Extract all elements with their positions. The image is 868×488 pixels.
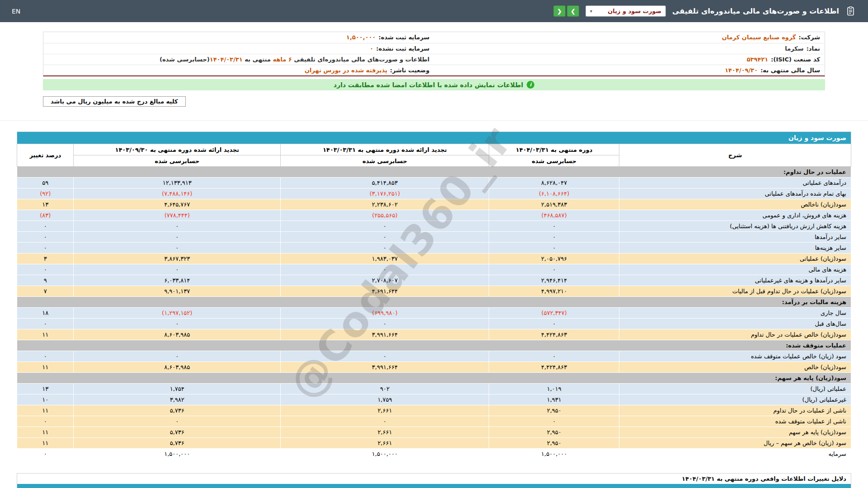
value-cell: ۲,۶۶۱: [281, 427, 489, 438]
section-label: هزینه مالیات بر درآمد:: [17, 297, 851, 308]
statement-header-row: شرح دوره منتهی به ۱۴۰۴/۰۳/۳۱ تجدید ارائه…: [17, 144, 851, 155]
section-row: عملیات متوقف شده:: [17, 340, 851, 351]
value-cell: ۰: [17, 449, 74, 460]
company-info-body: شرکت:گروه صنایع سیمان کرمانسرمایه ثبت شد…: [43, 32, 825, 75]
statement-type-select[interactable]: صورت سود و زیان ▾: [585, 5, 666, 17]
value-cell: ۱,۷۵۴: [74, 384, 281, 394]
data-row: سود(زیان) عملیات در حال تداوم قبل از مال…: [17, 286, 851, 297]
section-row: عملیات در حال تداوم:: [17, 167, 851, 178]
company-info-cell: سرمایه ثبت نشده:۰: [43, 43, 434, 54]
value-cell: ۱۲,۱۳۳,۹۱۳: [74, 178, 281, 188]
value-cell: (۲۵۵,۵۶۵): [281, 210, 489, 221]
row-label: سایر درآمدها و هزینه های غیرعملیاتی: [619, 275, 851, 286]
row-label: سود (زیان) خالص هر سهم – ریال: [619, 438, 851, 449]
row-label: سود(زیان) پایه هر سهم: [619, 427, 851, 438]
nav-forward-button[interactable]: ❯: [567, 5, 579, 17]
data-row: هزینه کاهش ارزش دریافتنی ها (هزینه استثن…: [17, 221, 851, 232]
value-cell: ۴,۴۲۴,۸۶۳: [489, 329, 619, 340]
income-statement-table: صورت سود و زیان شرح دوره منتهی به ۱۴۰۴/۰…: [17, 131, 851, 460]
company-info-row: کد صنعت (ISIC):۵۳۹۴۲۱اطلاعات و صورت‌های …: [43, 54, 825, 65]
value-cell: ۱,۵۰۰,۰۰۰: [489, 449, 619, 460]
value-cell: ۰: [489, 319, 619, 329]
value-cell: ۵,۷۳۶: [74, 405, 281, 416]
value-cell: ۶,۰۳۳,۸۱۴: [74, 275, 281, 286]
data-row: درآمدهای عملیاتی۸,۶۲۸,۰۴۷۵,۴۱۴,۸۵۳۱۲,۱۳۳…: [17, 178, 851, 188]
value-cell: ۰: [281, 319, 489, 329]
signature-match-text: اطلاعات نمایش داده شده با اطلاعات امضا ش…: [334, 81, 523, 89]
value-cell: (۱,۲۹۷,۱۵۲): [74, 308, 281, 319]
row-label: سال جاری: [619, 308, 851, 319]
row-label: سود(زیان) عملیاتی: [619, 253, 851, 264]
company-info-row: سال مالی منتهی به:۱۴۰۴/۰۹/۳۰وضعیت ناشر:پ…: [43, 65, 825, 75]
value-cell: ۰: [74, 232, 281, 243]
value-cell: ۰: [489, 232, 619, 243]
value-cell: ۰: [74, 416, 281, 427]
row-label: عملیاتی (ریال): [619, 384, 851, 394]
data-row: سایر هزینه‌ها۰۰۰۰: [17, 243, 851, 253]
value-cell: ۱۱: [17, 427, 74, 438]
value-cell: ۲,۹۵۰: [489, 427, 619, 438]
row-label: سود(زیان) ناخالص: [619, 199, 851, 210]
value-cell: ۰: [74, 319, 281, 329]
company-info-text: ۱۴۰۴/۰۳/۳۱: [210, 56, 243, 63]
value-cell: ۲,۹۵۰: [489, 438, 619, 449]
value-cell: ۰: [74, 243, 281, 253]
audited-label: حسابرسی شده: [74, 155, 281, 167]
column-header-period2: تجدید ارائه شده دوره منتهی به ۱۴۰۳/۰۳/۳۱: [281, 144, 489, 155]
company-info-text: سال مالی منتهی به:: [760, 67, 820, 74]
value-cell: ۲,۲۳۸,۶۰۲: [281, 199, 489, 210]
row-label: سود(زیان) خالص: [619, 362, 851, 373]
data-row: ناشی از عملیات در حال تداوم۲,۹۵۰۲,۶۶۱۵,۷…: [17, 405, 851, 416]
row-label: هزینه های مالی: [619, 264, 851, 275]
value-cell: ۰: [17, 232, 74, 243]
data-row: سود(زیان) ناخالص۲,۵۱۹,۳۸۳۲,۲۳۸,۶۰۲۴,۶۴۵,…: [17, 199, 851, 210]
company-info-text: ۱۴۰۴/۰۹/۳۰: [725, 67, 758, 74]
value-cell: (۶,۱۰۸,۶۶۴): [489, 188, 619, 199]
statement-body: عملیات در حال تداوم:درآمدهای عملیاتی۸,۶۲…: [17, 167, 851, 460]
value-cell: (۷,۴۸۸,۱۴۶): [74, 188, 281, 199]
data-row: بهای تمام شده درآمدهای عملیاتی(۶,۱۰۸,۶۶۴…: [17, 188, 851, 199]
value-cell: ۴,۹۹۷,۲۱۰: [489, 286, 619, 297]
row-label: سال‌های قبل: [619, 319, 851, 329]
section-label: عملیات متوقف شده:: [17, 340, 851, 351]
company-info-text: گروه صنایع سیمان کرمان: [722, 34, 796, 41]
footer-title: دلایل تغییرات اطلاعات واقعی دوره منتهی ب…: [17, 474, 851, 484]
company-info-cell: اطلاعات و صورت‌های مالی میاندوره‌ای تلفی…: [43, 54, 434, 65]
value-cell: ۲,۶۶۱: [281, 405, 489, 416]
value-cell: ۴,۶۹۱,۶۴۴: [281, 286, 489, 297]
company-info-text: (حسابرسی شده): [160, 56, 210, 63]
section-divider: [0, 120, 868, 121]
column-header-description: شرح: [619, 144, 851, 167]
value-cell: (۷۷۸,۴۴۴): [74, 210, 281, 221]
value-cell: ۱۱: [17, 329, 74, 340]
value-cell: ۰: [489, 351, 619, 362]
statement-section: @Codal360_ir صورت سود و زیان شرح دوره من…: [17, 131, 851, 460]
company-info-text: کد صنعت (ISIC):: [771, 56, 820, 63]
footer-section: دلایل تغییرات اطلاعات واقعی دوره منتهی ب…: [17, 473, 851, 488]
signature-match-banner: i اطلاعات نمایش داده شده با اطلاعات امضا…: [43, 79, 825, 90]
value-cell: ۰: [281, 221, 489, 232]
section-label: عملیات در حال تداوم:: [17, 167, 851, 178]
company-info-text: ۱,۵۰۰,۰۰۰: [346, 34, 376, 41]
nav-back-button[interactable]: ❮: [553, 5, 566, 17]
topbar-main-group: اطلاعات و صورت‌های مالی میاندوره‌ای تلفی…: [553, 5, 856, 17]
value-cell: ۸,۶۰۳,۹۸۵: [74, 329, 281, 340]
value-cell: ۱۱: [17, 438, 74, 449]
language-toggle[interactable]: EN: [12, 8, 20, 15]
statement-nav-buttons: ❯ ❮: [553, 5, 579, 17]
value-cell: ۱۳: [17, 199, 74, 210]
report-icon: [845, 6, 856, 17]
company-info-row: نماد:سکرماسرمایه ثبت نشده:۰: [43, 43, 825, 54]
value-cell: ۲,۹۴۶,۴۱۴: [489, 275, 619, 286]
value-cell: ۱,۹۳۱: [489, 394, 619, 405]
row-label: سایر هزینه‌ها: [619, 243, 851, 253]
row-label: درآمدهای عملیاتی: [619, 178, 851, 188]
value-cell: ۳: [17, 253, 74, 264]
value-cell: ۹,۹۰۱,۱۳۷: [74, 286, 281, 297]
data-row: سود(زیان) عملیاتی۲,۰۵۰,۷۹۶۱,۹۸۳,۰۳۷۳,۸۶۷…: [17, 253, 851, 264]
company-info-cell: سال مالی منتهی به:۱۴۰۴/۰۹/۳۰: [434, 65, 825, 75]
value-cell: ۲,۶۶۱: [281, 438, 489, 449]
value-cell: ۰: [74, 264, 281, 275]
value-cell: ۰: [17, 221, 74, 232]
value-cell: (۳,۱۷۶,۲۵۱): [281, 188, 489, 199]
